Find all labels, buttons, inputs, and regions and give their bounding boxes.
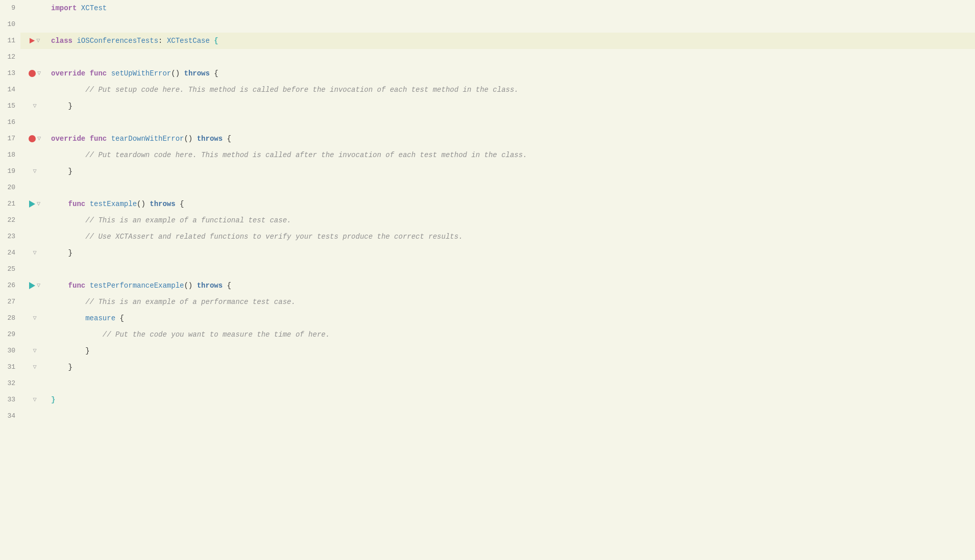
fold-icon-19[interactable]: ▽ [33, 163, 36, 180]
line-number-26: 26 [0, 277, 20, 294]
code-content-25 [49, 261, 975, 277]
line-10: 10 [0, 16, 975, 33]
gutter-17[interactable]: ▽ [20, 131, 49, 147]
code-content-28: measure { [49, 310, 975, 326]
fold-icon-26[interactable]: ▽ [37, 277, 40, 294]
line-16: 16 [0, 114, 975, 131]
run-test-icon-26[interactable] [29, 282, 35, 289]
gutter-28[interactable]: ▽ [20, 310, 49, 326]
open-brace-class: { [214, 33, 218, 49]
gutter-30[interactable]: ▽ [20, 343, 49, 359]
code-content-13: override func setUpWithError() throws { [49, 65, 975, 82]
code-content-29: // Put the code you want to measure the … [49, 326, 975, 343]
keyword-func-13: func [90, 65, 107, 82]
breakpoint-icon-13[interactable] [29, 70, 36, 77]
line-29: 29 // Put the code you want to measure t… [0, 326, 975, 343]
code-content-24: } [49, 245, 975, 261]
line-number-20: 20 [0, 180, 20, 196]
comment-18: // Put teardown code here. This method i… [51, 147, 527, 163]
line-19: 19 ▽ } [0, 163, 975, 180]
line-28: 28 ▽ measure { [0, 310, 975, 326]
comment-29: // Put the code you want to measure the … [51, 326, 330, 343]
line-25: 25 [0, 261, 975, 277]
code-content-22: // This is an example of a functional te… [49, 212, 975, 228]
fold-icon-30[interactable]: ▽ [33, 343, 36, 359]
line-number-10: 10 [0, 16, 20, 33]
keyword-override-17: override [51, 131, 85, 147]
fold-icon-28[interactable]: ▽ [33, 310, 36, 326]
gutter-16 [20, 114, 49, 131]
func-name-measure: measure [85, 310, 115, 326]
line-number-16: 16 [0, 114, 20, 131]
fold-icon-31[interactable]: ▽ [33, 359, 36, 375]
line-26: 26 ▽ func testPerformanceExample() throw… [0, 277, 975, 294]
line-14: 14 // Put setup code here. This method i… [0, 82, 975, 98]
line-number-19: 19 [0, 163, 20, 180]
type-xctest: XCTest [81, 0, 107, 16]
line-number-15: 15 [0, 98, 20, 114]
line-20: 20 [0, 180, 975, 196]
keyword-override-13: override [51, 65, 85, 82]
keyword-throws-26: throws [197, 277, 223, 294]
gutter-29 [20, 326, 49, 343]
gutter-12 [20, 49, 49, 65]
line-21: 21 ▽ func testExample() throws { [0, 196, 975, 212]
keyword-func-21: func [68, 196, 86, 212]
line-number-31: 31 [0, 359, 20, 375]
gutter-19[interactable]: ▽ [20, 163, 49, 180]
gutter-24[interactable]: ▽ [20, 245, 49, 261]
line-9: 9 import XCTest [0, 0, 975, 16]
run-test-class-icon[interactable]: ► [29, 33, 35, 49]
code-content-23: // Use XCTAssert and related functions t… [49, 228, 975, 245]
line-number-13: 13 [0, 65, 20, 82]
keyword-class: class [51, 33, 72, 49]
line-number-24: 24 [0, 245, 20, 261]
fold-icon-33[interactable]: ▽ [33, 392, 36, 408]
gutter-31[interactable]: ▽ [20, 359, 49, 375]
line-number-33: 33 [0, 392, 20, 408]
line-number-11: 11 [0, 33, 20, 49]
keyword-throws-17: throws [197, 131, 223, 147]
close-brace-class: } [51, 392, 55, 408]
gutter-15[interactable]: ▽ [20, 98, 49, 114]
code-content-15: } [49, 98, 975, 114]
line-number-30: 30 [0, 343, 20, 359]
line-17: 17 ▽ override func tearDownWithError() t… [0, 131, 975, 147]
fold-icon-21[interactable]: ▽ [37, 196, 40, 212]
line-18: 18 // Put teardown code here. This metho… [0, 147, 975, 163]
line-34: 34 [0, 408, 975, 424]
fold-icon-15[interactable]: ▽ [33, 98, 36, 114]
line-number-21: 21 [0, 196, 20, 212]
gutter-34 [20, 408, 49, 424]
gutter-26[interactable]: ▽ [20, 277, 49, 294]
code-content-30: } [49, 343, 975, 359]
gutter-21[interactable]: ▽ [20, 196, 49, 212]
line-number-22: 22 [0, 212, 20, 228]
gutter-25 [20, 261, 49, 277]
line-number-17: 17 [0, 131, 20, 147]
line-13: 13 ▽ override func setUpWithError() thro… [0, 65, 975, 82]
comment-22: // This is an example of a functional te… [51, 212, 291, 228]
line-number-9: 9 [0, 0, 20, 16]
gutter-10 [20, 16, 49, 33]
line-24: 24 ▽ } [0, 245, 975, 261]
fold-icon-24[interactable]: ▽ [33, 245, 36, 261]
gutter-9 [20, 0, 49, 16]
gutter-33[interactable]: ▽ [20, 392, 49, 408]
run-test-icon-21[interactable] [29, 200, 35, 208]
gutter-20 [20, 180, 49, 196]
fold-icon-13[interactable]: ▽ [37, 65, 41, 82]
line-27: 27 // This is an example of a performanc… [0, 294, 975, 310]
code-content-11: class iOSConferencesTests: XCTestCase { [49, 33, 975, 49]
breakpoint-icon-17[interactable] [29, 135, 36, 142]
line-33: 33 ▽ } [0, 392, 975, 408]
fold-icon-11[interactable]: ▽ [36, 33, 40, 49]
gutter-13[interactable]: ▽ [20, 65, 49, 82]
code-content-20 [49, 180, 975, 196]
class-name: iOSConferencesTests [77, 33, 158, 49]
gutter-23 [20, 228, 49, 245]
code-content-21: func testExample() throws { [49, 196, 975, 212]
line-number-12: 12 [0, 49, 20, 65]
gutter-11[interactable]: ► ▽ [20, 33, 49, 49]
fold-icon-17[interactable]: ▽ [37, 131, 41, 147]
